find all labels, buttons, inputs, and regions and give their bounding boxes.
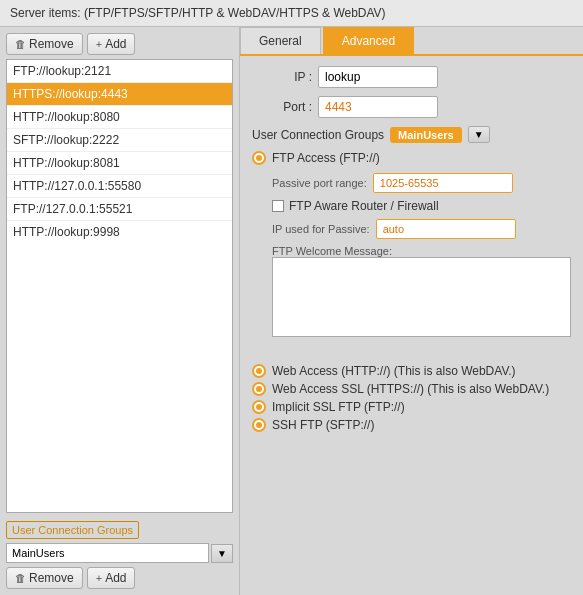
implicit-ssl-label: Implicit SSL FTP (FTP://) — [272, 400, 405, 414]
ip-label: IP : — [252, 70, 312, 84]
server-item-4[interactable]: HTTP://lookup:8081 — [7, 152, 232, 175]
ip-row: IP : — [252, 66, 571, 88]
server-item-2[interactable]: HTTP://lookup:8080 — [7, 106, 232, 129]
web-access-ssl-row: Web Access SSL (HTTPS://) (This is also … — [252, 382, 571, 396]
ssh-ftp-row: SSH FTP (SFTP://) — [252, 418, 571, 432]
ip-input[interactable] — [318, 66, 438, 88]
form-area: IP : Port : User Connection Groups MainU… — [240, 56, 583, 595]
welcome-textarea[interactable] — [272, 257, 571, 337]
user-connection-section: User Connection Groups MainUsers ▼ 🗑 Rem… — [6, 521, 233, 589]
remove-user-label: Remove — [29, 571, 74, 585]
tab-general-label: General — [259, 34, 302, 48]
server-list: FTP://lookup:2121 HTTPS://lookup:4443 HT… — [6, 59, 233, 513]
trash-icon: 🗑 — [15, 38, 26, 50]
server-item-0[interactable]: FTP://lookup:2121 — [7, 60, 232, 83]
user-conn-group-arrow-button[interactable]: ▼ — [468, 126, 490, 143]
ftp-router-row: FTP Aware Router / Firewall — [272, 199, 571, 213]
main-container: Server items: (FTP/FTPS/SFTP/HTTP & WebD… — [0, 0, 583, 595]
ssh-ftp-radio[interactable] — [252, 418, 266, 432]
ftp-router-label: FTP Aware Router / Firewall — [289, 199, 439, 213]
user-conn-groups-label: User Connection Groups — [252, 128, 384, 142]
ip-passive-row: IP used for Passive: — [272, 219, 571, 239]
web-access-ssl-label: Web Access SSL (HTTPS://) (This is also … — [272, 382, 549, 396]
ftp-router-checkbox[interactable] — [272, 200, 284, 212]
server-item-label: HTTP://lookup:8080 — [13, 110, 120, 124]
radio-dot — [256, 368, 262, 374]
server-item-1[interactable]: HTTPS://lookup:4443 — [7, 83, 232, 106]
user-connection-label: User Connection Groups — [6, 521, 233, 539]
passive-port-input[interactable] — [373, 173, 513, 193]
ftp-indented-section: Passive port range: FTP Aware Router / F… — [272, 173, 571, 340]
ssh-ftp-label: SSH FTP (SFTP://) — [272, 418, 374, 432]
server-item-label: HTTP://127.0.0.1:55580 — [13, 179, 141, 193]
plus-icon: + — [96, 572, 102, 584]
server-item-label: FTP://127.0.0.1:55521 — [13, 202, 132, 216]
ftp-access-radio[interactable] — [252, 151, 266, 165]
trash-icon: 🗑 — [15, 572, 26, 584]
right-panel: General Advanced IP : Port : — [240, 27, 583, 595]
port-input[interactable] — [318, 96, 438, 118]
server-item-label: FTP://lookup:2121 — [13, 64, 111, 78]
remove-server-button[interactable]: 🗑 Remove — [6, 33, 83, 55]
radio-dot — [256, 155, 262, 161]
tabs: General Advanced — [240, 27, 583, 56]
web-access-label: Web Access (HTTP://) (This is also WebDA… — [272, 364, 516, 378]
welcome-section: FTP Welcome Message: — [272, 245, 571, 340]
radio-dot — [256, 422, 262, 428]
web-access-ssl-radio[interactable] — [252, 382, 266, 396]
passive-port-row: Passive port range: — [272, 173, 571, 193]
server-list-buttons: 🗑 Remove + Add — [6, 33, 233, 55]
remove-user-conn-button[interactable]: 🗑 Remove — [6, 567, 83, 589]
server-item-5[interactable]: HTTP://127.0.0.1:55580 — [7, 175, 232, 198]
user-connection-select[interactable]: MainUsers — [6, 543, 209, 563]
user-conn-groups-row: User Connection Groups MainUsers ▼ — [252, 126, 571, 143]
tab-advanced[interactable]: Advanced — [323, 27, 414, 54]
add-user-label: Add — [105, 571, 126, 585]
plus-icon: + — [96, 38, 102, 50]
passive-port-label: Passive port range: — [272, 177, 367, 189]
ip-used-label: IP used for Passive: — [272, 223, 370, 235]
left-panel: 🗑 Remove + Add FTP://lookup:2121 HTTPS:/… — [0, 27, 240, 595]
server-item-label: HTTP://lookup:8081 — [13, 156, 120, 170]
bottom-sections: Web Access (HTTP://) (This is also WebDA… — [252, 364, 571, 436]
port-label: Port : — [252, 100, 312, 114]
user-conn-group-badge: MainUsers — [390, 127, 462, 143]
implicit-ssl-radio[interactable] — [252, 400, 266, 414]
user-connection-buttons: 🗑 Remove + Add — [6, 567, 233, 589]
user-connection-dropdown: MainUsers ▼ — [6, 543, 233, 563]
port-row: Port : — [252, 96, 571, 118]
tab-general[interactable]: General — [240, 27, 321, 54]
ip-passive-input[interactable] — [376, 219, 516, 239]
ftp-access-label: FTP Access (FTP://) — [272, 151, 380, 165]
server-item-3[interactable]: SFTP://lookup:2222 — [7, 129, 232, 152]
radio-dot — [256, 404, 262, 410]
remove-label: Remove — [29, 37, 74, 51]
add-server-button[interactable]: + Add — [87, 33, 136, 55]
radio-dot — [256, 386, 262, 392]
ftp-access-row: FTP Access (FTP://) — [252, 151, 571, 165]
web-access-row: Web Access (HTTP://) (This is also WebDA… — [252, 364, 571, 378]
web-access-radio[interactable] — [252, 364, 266, 378]
divider — [252, 348, 571, 356]
implicit-ssl-row: Implicit SSL FTP (FTP://) — [252, 400, 571, 414]
title-text: Server items: (FTP/FTPS/SFTP/HTTP & WebD… — [10, 6, 386, 20]
user-connection-badge: User Connection Groups — [6, 521, 139, 539]
add-label: Add — [105, 37, 126, 51]
select-arrow-icon[interactable]: ▼ — [211, 544, 233, 563]
server-item-label: HTTPS://lookup:4443 — [13, 87, 128, 101]
welcome-label: FTP Welcome Message: — [272, 245, 571, 257]
title-bar: Server items: (FTP/FTPS/SFTP/HTTP & WebD… — [0, 0, 583, 27]
tab-advanced-label: Advanced — [342, 34, 395, 48]
server-item-6[interactable]: FTP://127.0.0.1:55521 — [7, 198, 232, 221]
server-item-label: SFTP://lookup:2222 — [13, 133, 119, 147]
server-item-label: HTTP://lookup:9998 — [13, 225, 120, 239]
server-item-7[interactable]: HTTP://lookup:9998 — [7, 221, 232, 243]
add-user-conn-button[interactable]: + Add — [87, 567, 136, 589]
content-area: 🗑 Remove + Add FTP://lookup:2121 HTTPS:/… — [0, 27, 583, 595]
